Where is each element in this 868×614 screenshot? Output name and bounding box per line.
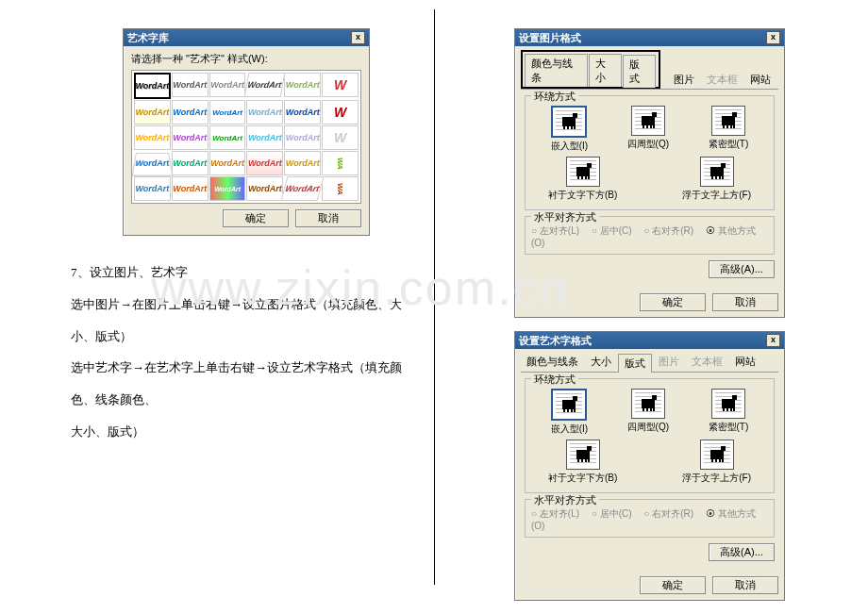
wrap-label: 四周型(Q) bbox=[627, 138, 669, 151]
wordart-style[interactable]: WordArt bbox=[209, 100, 246, 124]
dialog-titlebar: 设置图片格式 x bbox=[515, 29, 784, 46]
wordart-style[interactable]: WA bbox=[322, 176, 359, 201]
wordart-style[interactable]: WordArt bbox=[132, 153, 174, 176]
wrap-inline-icon[interactable] bbox=[551, 389, 587, 421]
wordart-style[interactable]: WordArt bbox=[134, 125, 171, 150]
wordart-style-grid[interactable]: WordArt WordArt WordArt WordArt WordArt … bbox=[131, 70, 361, 204]
wordart-style[interactable]: WordArt bbox=[172, 125, 209, 150]
radio-align-right: 右对齐(R) bbox=[643, 225, 693, 236]
wrap-label: 四周型(Q) bbox=[627, 421, 669, 434]
wrap-label: 浮于文字上方(F) bbox=[682, 189, 751, 202]
wrap-tight-icon[interactable] bbox=[711, 106, 745, 136]
wrap-square-icon[interactable] bbox=[631, 389, 665, 419]
ok-button[interactable]: 确定 bbox=[640, 576, 706, 594]
wordart-style[interactable]: WordArt bbox=[246, 176, 283, 201]
dialog-title: 设置艺术字格式 bbox=[519, 334, 592, 348]
wrap-front-icon[interactable] bbox=[700, 157, 734, 187]
ok-button[interactable]: 确定 bbox=[640, 293, 706, 311]
wrap-inline-icon[interactable] bbox=[551, 106, 587, 138]
advanced-button[interactable]: 高级(A)... bbox=[709, 543, 775, 561]
wordart-gallery-dialog: 艺术字库 x 请选择一种 "艺术字" 样式(W): WordArt WordAr… bbox=[123, 28, 370, 236]
close-icon[interactable]: x bbox=[351, 31, 365, 44]
group-label: 环绕方式 bbox=[531, 373, 578, 387]
column-divider bbox=[434, 9, 435, 585]
wrap-square-icon[interactable] bbox=[631, 106, 665, 136]
radio-align-right: 右对齐(R) bbox=[643, 508, 693, 519]
wordart-style[interactable]: WordArt bbox=[209, 151, 246, 175]
radio-align-left: 左对齐(L) bbox=[531, 225, 579, 236]
tab-picture[interactable]: 图片 bbox=[668, 71, 700, 89]
ok-button[interactable]: 确定 bbox=[223, 209, 289, 227]
wordart-style[interactable]: WordArt bbox=[246, 125, 283, 150]
wrap-label: 嵌入型(I) bbox=[551, 423, 588, 436]
body-text: 选中图片→在图片上单击右键→设立图片格式（填充颜色、大小、版式） bbox=[71, 289, 420, 353]
wrap-style-group: 环绕方式 嵌入型(I) 四周型(Q) 紧密型(T) 衬于文字下方(B) 浮于文字… bbox=[525, 378, 775, 493]
tab-size[interactable]: 大小 bbox=[585, 353, 617, 372]
tab-color-lines[interactable]: 颜色与线条 bbox=[525, 54, 588, 87]
radio-align-center: 居中(C) bbox=[592, 225, 632, 236]
wordart-style[interactable]: WordArt bbox=[172, 73, 209, 97]
tab-web[interactable]: 网站 bbox=[729, 353, 761, 372]
advanced-button[interactable]: 高级(A)... bbox=[709, 260, 775, 278]
wrap-behind-icon[interactable] bbox=[566, 157, 600, 187]
group-label: 环绕方式 bbox=[531, 90, 578, 104]
horizontal-align-group: 水平对齐方式 左对齐(L) 居中(C) 右对齐(R) 其他方式(O) bbox=[525, 499, 775, 538]
wordart-style[interactable]: WordArt bbox=[209, 73, 246, 97]
wordart-style[interactable]: WordArt bbox=[246, 151, 283, 175]
radio-align-left: 左对齐(L) bbox=[531, 508, 579, 519]
wrap-label: 紧密型(T) bbox=[709, 138, 749, 151]
tab-layout[interactable]: 版式 bbox=[618, 354, 652, 373]
tab-web[interactable]: 网站 bbox=[744, 71, 776, 89]
wrap-behind-icon[interactable] bbox=[566, 440, 600, 470]
wordart-style[interactable]: WordArt bbox=[172, 176, 209, 201]
tab-color-lines[interactable]: 颜色与线条 bbox=[521, 353, 584, 372]
dialog-titlebar: 设置艺术字格式 x bbox=[515, 332, 784, 349]
wrap-label: 紧密型(T) bbox=[709, 421, 749, 434]
wordart-style[interactable]: WordArt bbox=[246, 100, 283, 124]
tab-layout[interactable]: 版式 bbox=[623, 55, 656, 88]
wordart-style[interactable]: WordArt bbox=[209, 125, 246, 150]
radio-align-center: 居中(C) bbox=[592, 508, 632, 519]
dialog-titlebar: 艺术字库 x bbox=[124, 29, 369, 46]
wrap-tight-icon[interactable] bbox=[711, 389, 745, 419]
group-label: 水平对齐方式 bbox=[531, 493, 599, 507]
wordart-style[interactable]: WordArt bbox=[284, 73, 321, 97]
close-icon[interactable]: x bbox=[766, 334, 780, 347]
wordart-style[interactable]: WordArt bbox=[244, 73, 285, 97]
tab-size[interactable]: 大小 bbox=[589, 54, 622, 87]
wordart-style[interactable]: WordArt bbox=[134, 73, 171, 99]
cancel-button[interactable]: 取消 bbox=[712, 293, 778, 311]
wordart-prompt: 请选择一种 "艺术字" 样式(W): bbox=[131, 52, 361, 66]
format-picture-dialog: 设置图片格式 x 颜色与线条 大小 版式 图片 文本框 网站 环绕方式 嵌入型(… bbox=[514, 28, 785, 318]
wrap-front-icon[interactable] bbox=[700, 440, 734, 470]
tab-textbox: 文本框 bbox=[686, 353, 728, 372]
wordart-style[interactable]: WordArt bbox=[134, 176, 171, 201]
highlighted-tabs: 颜色与线条 大小 版式 bbox=[521, 50, 660, 89]
wordart-style[interactable]: WordArt bbox=[284, 100, 321, 124]
wordart-style[interactable]: WordArt bbox=[284, 125, 321, 150]
wordart-style[interactable]: W bbox=[322, 100, 359, 124]
wordart-style[interactable]: W bbox=[322, 125, 359, 150]
wordart-style[interactable]: WordArt bbox=[172, 100, 209, 124]
wordart-style[interactable]: WordArt bbox=[172, 151, 209, 175]
horizontal-align-group: 水平对齐方式 左对齐(L) 居中(C) 右对齐(R) 其他方式(O) bbox=[525, 216, 775, 255]
dialog-title: 设置图片格式 bbox=[519, 31, 581, 45]
close-icon[interactable]: x bbox=[766, 31, 780, 44]
wrap-style-group: 环绕方式 嵌入型(I) 四周型(Q) 紧密型(T) 衬于文字下方(B) 浮于文字… bbox=[525, 95, 775, 210]
wordart-style[interactable]: W bbox=[322, 73, 359, 97]
body-text: 选中艺术字→在艺术字上单击右键→设立艺术字格式（填充颜色、线条颜色、 bbox=[71, 352, 420, 416]
wordart-style[interactable]: WordArt bbox=[134, 100, 171, 124]
format-wordart-dialog: 设置艺术字格式 x 颜色与线条 大小 版式 图片 文本框 网站 环绕方式 嵌入型… bbox=[514, 331, 785, 601]
body-text: 大小、版式） bbox=[71, 416, 420, 448]
section-7-heading: 7、设立图片、艺术字 bbox=[71, 257, 420, 289]
tab-textbox: 文本框 bbox=[701, 71, 743, 89]
wordart-style[interactable]: WordArt bbox=[281, 176, 325, 201]
dialog-title: 艺术字库 bbox=[127, 31, 169, 45]
wrap-label: 浮于文字上方(F) bbox=[682, 472, 751, 485]
wordart-style[interactable]: WordArt bbox=[209, 176, 246, 201]
wordart-style[interactable]: WA bbox=[322, 151, 359, 175]
tab-picture: 图片 bbox=[653, 353, 685, 372]
cancel-button[interactable]: 取消 bbox=[295, 209, 361, 227]
cancel-button[interactable]: 取消 bbox=[712, 576, 778, 594]
wordart-style[interactable]: WordArt bbox=[284, 151, 321, 175]
